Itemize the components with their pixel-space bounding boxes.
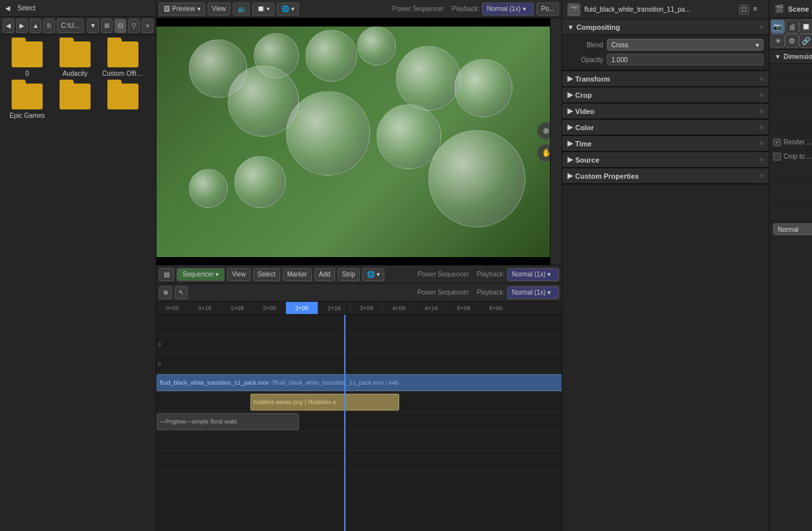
custom-props-section-header[interactable]: ▶ Custom Properties ≡ [562, 168, 769, 184]
render-checkbox[interactable]: ✓ [773, 139, 781, 146]
seq-clip-bubbles[interactable]: bubbles eevee.png | //bubbles e [250, 394, 399, 411]
strip-title: fluid_black_white_transition_11_pa... [584, 6, 735, 13]
dimensions-section-header[interactable]: ▼ Dimensions ≡ [769, 50, 812, 64]
seq-dropdown-arrow: ▾ [215, 271, 219, 278]
nav-back-btn[interactable]: ◀ [3, 19, 14, 33]
seq-add-btn[interactable]: Add [314, 268, 335, 281]
seq-playhead[interactable] [344, 315, 346, 531]
prop-tab-constraints[interactable]: 🔗 [799, 34, 812, 48]
view-mode-list[interactable]: ⊞ [101, 19, 113, 33]
video-section-header[interactable]: ▶ Video ≡ [562, 104, 769, 119]
time-3-08: 3+08 [351, 302, 383, 314]
render-check-mark: ✓ [775, 139, 780, 145]
seq-track-3: —Pngtree—simple floral wate [157, 412, 562, 431]
seq-globe-btn[interactable]: 🌐 ▾ [362, 268, 384, 281]
prop-tab-physics[interactable]: ⚙ [785, 34, 799, 48]
seq-clip-fluid-label: fluid_black_white_transition_11_pack.mov [160, 379, 269, 386]
file-item-folder4[interactable] [54, 84, 96, 119]
seq-track-p-label: p [157, 341, 161, 347]
seq-playback-dropdown[interactable]: Normal (1x) ▾ [507, 268, 559, 281]
file-label-epic: Epic Games [10, 112, 45, 119]
opacity-value[interactable]: 1.000 [607, 54, 763, 65]
seq-clip-pngtree[interactable]: —Pngtree—simple floral wate [157, 413, 299, 430]
playback-dropdown[interactable]: Normal (1x) ▾ [482, 3, 534, 16]
color-section: ▶ Color ≡ [562, 120, 769, 136]
file-item-folder5[interactable] [102, 84, 144, 119]
nav-forward-btn[interactable]: ▶ [16, 19, 28, 33]
file-item-custom[interactable]: Custom Offic... [102, 41, 144, 77]
orb-8 [286, 91, 370, 175]
blend-dropdown[interactable]: Cross ▾ [607, 39, 763, 51]
more-btn[interactable]: » [142, 19, 153, 33]
select-menu-btn[interactable]: Select [15, 5, 38, 12]
normal-dropdown[interactable]: Normal ▾ [773, 223, 812, 235]
strip-checkbox[interactable]: ☐ [739, 5, 749, 15]
sequencer-dropdown[interactable]: Sequencer ▾ [177, 268, 225, 281]
view-menu-btn[interactable]: ◀ [3, 5, 13, 12]
view-mode-grid[interactable]: ⊡ [115, 19, 126, 33]
center-panel: 🖼 Preview ▾ View 📺 🔲 ▾ 🌐 ▾ [157, 0, 562, 531]
seq-select-btn[interactable]: Select [253, 268, 280, 281]
prop-tab-render[interactable]: 📷 [771, 19, 785, 34]
seq-view-btn[interactable]: View [227, 268, 250, 281]
path-display[interactable]: C:\U... [57, 19, 83, 33]
strip-check-icon: ☐ [741, 6, 747, 13]
power-sequencer-label: Power Sequencer [393, 5, 444, 12]
video-section: ▶ Video ≡ [562, 104, 769, 120]
globe-btn[interactable]: 🌐 ▾ [277, 3, 299, 16]
filter-icon-btn[interactable]: ▽ [128, 19, 140, 33]
color-section-header[interactable]: ▶ Color ≡ [562, 120, 769, 135]
prop-tab-output[interactable]: 🖨 [785, 19, 799, 34]
time-5-08: 5+08 [448, 302, 480, 314]
view-btn[interactable]: View [208, 3, 231, 16]
strip-hamburger-icon: ≡ [753, 5, 757, 12]
source-section-header[interactable]: ▶ Source ≡ [562, 152, 769, 168]
seq-icon-btn[interactable]: ▤ [159, 268, 174, 281]
seq-clip-pngtree-label: —Pngtree—simple floral wate [160, 418, 237, 425]
file-item-epic[interactable]: Epic Games [6, 84, 48, 119]
resolution-x-row: Resoluti... 1920 px [769, 64, 812, 78]
po-btn[interactable]: Po... [536, 3, 559, 16]
opacity-label: Opacity [567, 56, 603, 63]
seq-track-empty-1 [157, 315, 562, 334]
strip-menu-icon[interactable]: ≡ [753, 5, 763, 15]
seq-marker-btn[interactable]: Marker [283, 268, 312, 281]
crop-section-header[interactable]: ▶ Crop ≡ [562, 87, 769, 103]
orb-5 [357, 27, 396, 65]
seq-cursor-btn[interactable]: ↖ [175, 286, 188, 299]
transform-section-header[interactable]: ▶ Transform ≡ [562, 71, 769, 87]
folder-icon-0 [12, 41, 43, 67]
crop-to-checkbox[interactable] [773, 153, 781, 161]
channel-btn[interactable]: 🔲 ▾ [252, 3, 274, 16]
orb-9 [377, 104, 441, 169]
transform-section: ▶ Transform ≡ [562, 71, 769, 87]
time-section-header[interactable]: ▶ Time ≡ [562, 136, 769, 152]
orb-12 [189, 169, 228, 208]
seq-clip-fluid[interactable]: fluid_black_white_transition_11_pack.mov… [157, 374, 562, 391]
compositing-extra-icon: ≡ [760, 23, 763, 30]
transform-label: Transform [575, 75, 610, 83]
custom-properties-section: ▶ Custom Properties ≡ [562, 168, 769, 185]
compositing-body: Blend Cross ▾ Opacity 1.000 [562, 35, 769, 71]
seq-strip-btn[interactable]: Strip [338, 268, 360, 281]
resolution-x-label: Resoluti... [773, 67, 812, 74]
prop-tab-particles[interactable]: ✳ [771, 34, 785, 48]
nav-up-btn[interactable]: ▲ [30, 19, 41, 33]
seq-icon-btn2[interactable]: ⊕ [159, 286, 172, 299]
crop-arrow-icon: ▶ [567, 91, 573, 99]
file-item-audacity[interactable]: Audacity [54, 41, 96, 77]
preview-scrollbar[interactable] [550, 18, 562, 265]
preview-icon-btn[interactable]: 🖼 Preview ▾ [159, 3, 205, 16]
prop-tab-view-layer[interactable]: 🔲 [799, 19, 812, 34]
custom-props-label: Custom Properties [575, 172, 639, 180]
filter-btn[interactable]: ▼ [87, 19, 99, 33]
seq-timebar: 0+00 0+16 1+08 2+00 2+05 2+16 3+08 4+00 … [157, 302, 562, 315]
file-item-0[interactable]: 0 [6, 41, 48, 77]
nav-bookmark-btn[interactable]: ⎘ [43, 19, 55, 33]
seq-playback2-dropdown[interactable]: Normal (1x) ▾ [507, 286, 559, 299]
seq-track-p2-label: p [157, 360, 161, 367]
compositing-section-header[interactable]: ▼ Compositing ≡ [562, 19, 769, 35]
crop-section: ▶ Crop ≡ [562, 87, 769, 104]
file-browser-panel: ◀ Select ◀ ▶ ▲ ⎘ C:\U... ▼ ⊞ ⊡ ▽ » 0 Aud… [0, 0, 157, 531]
display-btn[interactable]: 📺 [233, 3, 250, 16]
